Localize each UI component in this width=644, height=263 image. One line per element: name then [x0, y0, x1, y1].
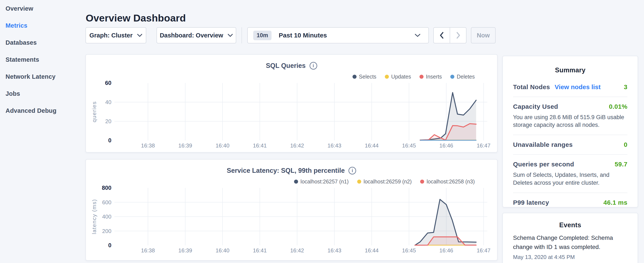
legend-dot-icon — [352, 75, 356, 79]
legend-label: localhost:26257 (n1) — [300, 178, 349, 185]
info-icon[interactable]: i — [310, 62, 317, 70]
summary-title: Summary — [503, 56, 638, 74]
sidebar-item-advanced-debug[interactable]: Advanced Debug — [0, 102, 85, 119]
event-timestamp: May 13, 2020 at 4:45 PM — [513, 254, 628, 260]
y-tick-label: 800 — [102, 185, 112, 191]
summary-row-value: 0 — [624, 141, 628, 148]
dashboard-controls: Graph: Cluster Dashboard: Overview 10m P… — [86, 27, 496, 43]
sidebar-item-metrics[interactable]: Metrics — [0, 17, 85, 34]
x-tick-label: 16:45 — [402, 247, 416, 254]
sidebar-item-label: Databases — [6, 39, 37, 46]
summary-row-label: Queries per second — [513, 161, 574, 168]
y-tick-label: 400 — [102, 213, 112, 220]
x-tick-label: 16:46 — [440, 142, 453, 149]
summary-panel: Summary Total Nodes View nodes list 3 Ca… — [502, 56, 638, 207]
legend-item: localhost:26259 (n2) — [357, 178, 412, 185]
legend-label: localhost:26259 (n2) — [364, 178, 412, 185]
x-tick-label: 16:40 — [216, 247, 230, 254]
dashboard-dropdown-label: Dashboard: Overview — [160, 32, 223, 39]
sidebar-item-statements[interactable]: Statements — [0, 51, 85, 68]
x-tick-label: 16:41 — [253, 142, 267, 149]
series — [415, 199, 476, 245]
summary-row-unavailable-ranges: Unavailable ranges 0 — [513, 135, 628, 154]
x-tick-label: 16:42 — [290, 142, 304, 149]
events-panel: Events Schema Change Completed: Schema c… — [502, 213, 638, 263]
dashboard-dropdown[interactable]: Dashboard: Overview — [156, 27, 236, 43]
legend-item: Deletes — [450, 74, 475, 80]
x-tick-label: 16:47 — [477, 142, 490, 149]
y-tick-label: 40 — [105, 99, 112, 105]
summary-row-label: Unavailable ranges — [513, 141, 573, 148]
x-tick-label: 16:41 — [253, 247, 267, 254]
legend-label: Deletes — [457, 74, 475, 80]
summary-row-description: You are using 28.6 MiB of 515.9 GiB usab… — [513, 113, 628, 129]
controls-divider — [242, 27, 242, 43]
now-button[interactable]: Now — [471, 27, 496, 43]
legend-dot-icon — [294, 180, 298, 184]
y-tick-label: 0 — [108, 242, 112, 248]
y-tick-label: 0 — [108, 137, 112, 144]
time-range-badge: 10m — [253, 31, 272, 40]
event-text: Schema Change Completed: Schema change w… — [513, 233, 628, 252]
sql-queries-card: SQL Queries i SelectsUpdatesInsertsDelet… — [86, 54, 498, 153]
time-window-pager — [433, 27, 466, 43]
view-nodes-list-link[interactable]: View nodes list — [555, 83, 601, 91]
summary-row-value: 59.7 — [615, 161, 628, 168]
series — [420, 93, 476, 140]
x-tick-label: 16:38 — [141, 142, 155, 149]
time-range-selector[interactable]: 10m Past 10 Minutes — [247, 27, 429, 43]
legend-item: localhost:26257 (n1) — [294, 178, 349, 185]
legend-label: localhost:26258 (n3) — [426, 178, 475, 185]
sidebar-item-network-latency[interactable]: Network Latency — [0, 68, 85, 85]
summary-row-label: P99 latency — [513, 199, 549, 206]
time-prev-button[interactable] — [434, 28, 450, 43]
legend-dot-icon — [450, 75, 454, 79]
event-item: Schema Change Completed: Schema change w… — [503, 229, 638, 260]
legend-item: Selects — [352, 74, 376, 80]
legend-label: Selects — [359, 74, 376, 80]
chart-legend: localhost:26257 (n1)localhost:26259 (n2)… — [294, 178, 475, 185]
sidebar-nav: Overview Metrics Databases Statements Ne… — [0, 0, 85, 263]
legend-item: localhost:26258 (n3) — [420, 178, 475, 185]
sidebar-item-label: Statements — [6, 56, 39, 63]
x-tick-label: 16:47 — [477, 247, 490, 254]
chevron-left-icon — [438, 31, 446, 40]
x-tick-label: 16:43 — [328, 142, 341, 149]
service-latency-chart[interactable]: 16:3816:3916:4016:4116:4216:4316:4416:45… — [86, 160, 498, 261]
y-tick-label: 60 — [105, 80, 112, 86]
x-tick-label: 16:44 — [365, 247, 379, 254]
chart-legend: SelectsUpdatesInsertsDeletes — [352, 74, 475, 80]
graph-scope-label: Graph: Cluster — [89, 32, 132, 39]
summary-row-description: Sum of Selects, Updates, Inserts, and De… — [513, 171, 628, 186]
chevron-down-icon — [228, 34, 233, 37]
legend-dot-icon — [385, 75, 389, 79]
y-tick-label: 200 — [102, 228, 112, 234]
summary-body: Total Nodes View nodes list 3 Capacity U… — [503, 74, 638, 212]
x-tick-label: 16:39 — [178, 142, 192, 149]
service-latency-card: Service Latency: SQL, 99th percentile i … — [86, 159, 498, 261]
x-tick-label: 16:46 — [440, 247, 453, 254]
sidebar-item-databases[interactable]: Databases — [0, 34, 85, 51]
legend-label: Inserts — [426, 74, 442, 80]
legend-label: Updates — [391, 74, 411, 80]
page-title: Overview Dashboard — [86, 12, 186, 24]
time-next-button[interactable] — [450, 28, 466, 43]
sidebar-item-overview[interactable]: Overview — [0, 0, 85, 17]
x-tick-label: 16:44 — [365, 142, 379, 149]
graph-scope-dropdown[interactable]: Graph: Cluster — [86, 27, 146, 43]
sidebar-item-label: Overview — [6, 5, 34, 12]
sidebar-item-jobs[interactable]: Jobs — [0, 85, 85, 102]
summary-row-label: Capacity Used — [513, 103, 558, 110]
summary-row-value: 3 — [624, 83, 628, 91]
legend-dot-icon — [420, 75, 424, 79]
summary-row-queries-per-second: Queries per second 59.7 Sum of Selects, … — [513, 154, 628, 192]
y-axis-label: queries — [91, 101, 98, 122]
summary-row-capacity-used: Capacity Used 0.01% You are using 28.6 M… — [513, 97, 628, 135]
x-tick-label: 16:42 — [290, 247, 304, 254]
legend-item: Inserts — [420, 74, 442, 80]
x-tick-label: 16:40 — [216, 142, 230, 149]
chevron-down-icon — [414, 34, 421, 37]
summary-row-value: 46.1 ms — [604, 199, 628, 206]
sidebar-item-label: Advanced Debug — [6, 107, 56, 114]
sql-queries-chart[interactable]: 16:3816:3916:4016:4116:4216:4316:4416:45… — [86, 55, 498, 153]
